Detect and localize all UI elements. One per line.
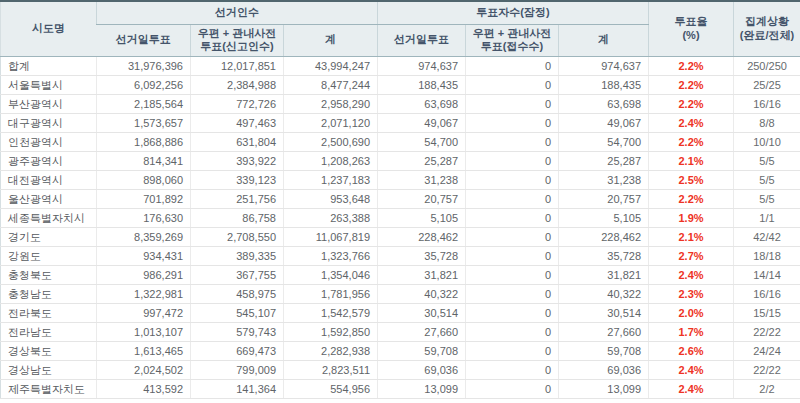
cell-voters-day: 35,728 [378,247,466,266]
cell-voters-day: 30,514 [378,304,466,323]
cell-status: 2/2 [734,380,800,399]
table-row: 울산광역시701,892251,756953,64820,757020,7572… [1,190,800,209]
cell-sido: 합계 [1,57,97,76]
cell-status: 42/42 [734,228,800,247]
cell-turnout: 2.1% [649,152,734,171]
cell-sido: 충청북도 [1,266,97,285]
header-status-line2: (완료/전체) [736,29,798,43]
header-turnout: 투표율 (%) [649,1,734,57]
cell-electors-total: 554,956 [284,380,378,399]
cell-turnout: 2.0% [649,304,734,323]
cell-voters-day: 13,099 [378,380,466,399]
cell-electors-mail: 12,017,851 [191,57,284,76]
table-row: 대구광역시1,573,657497,4632,071,12049,067049,… [1,114,800,133]
cell-sido: 인천광역시 [1,133,97,152]
cell-turnout: 1.9% [649,209,734,228]
cell-voters-day: 5,105 [378,209,466,228]
header-sido: 시도명 [1,1,97,57]
cell-sido: 경기도 [1,228,97,247]
cell-voters-total: 63,698 [559,95,649,114]
cell-electors-mail: 669,473 [191,342,284,361]
cell-voters-total: 59,708 [559,342,649,361]
cell-voters-mail: 0 [466,190,559,209]
header-voters-mail-line2: 투표(접수수) [468,40,556,54]
cell-voters-total: 31,821 [559,266,649,285]
cell-voters-mail: 0 [466,95,559,114]
cell-electors-mail: 579,743 [191,323,284,342]
table-row: 세종특별자치시176,63086,758263,3885,10505,1051.… [1,209,800,228]
turnout-table: 시도명 선거인수 투표자수(잠정) 투표율 (%) 집계상황 (완료/전체) 선… [0,0,800,399]
cell-voters-day: 20,757 [378,190,466,209]
cell-status: 5/5 [734,190,800,209]
cell-electors-total: 2,500,690 [284,133,378,152]
header-voters-mail-pre: 우편 + 관내사전 투표(접수수) [466,24,559,57]
cell-electors-total: 1,542,579 [284,304,378,323]
cell-turnout: 2.4% [649,266,734,285]
cell-status: 5/5 [734,171,800,190]
cell-electors-mail: 458,975 [191,285,284,304]
cell-sido: 강원도 [1,247,97,266]
cell-electors-day: 1,868,886 [97,133,191,152]
cell-voters-total: 69,036 [559,361,649,380]
cell-voters-mail: 0 [466,152,559,171]
cell-voters-day: 25,287 [378,152,466,171]
cell-electors-total: 1,354,046 [284,266,378,285]
cell-voters-day: 974,637 [378,57,466,76]
cell-voters-day: 188,435 [378,76,466,95]
table-row: 서울특별시6,092,2562,384,9888,477,244188,4350… [1,76,800,95]
cell-status: 8/8 [734,114,800,133]
cell-status: 15/15 [734,304,800,323]
cell-voters-mail: 0 [466,342,559,361]
cell-electors-mail: 2,708,550 [191,228,284,247]
cell-sido: 부산광역시 [1,95,97,114]
cell-electors-day: 1,573,657 [97,114,191,133]
cell-electors-total: 2,282,938 [284,342,378,361]
cell-voters-mail: 0 [466,247,559,266]
cell-electors-day: 176,630 [97,209,191,228]
header-turnout-line2: (%) [651,29,731,43]
cell-electors-day: 997,472 [97,304,191,323]
table-row: 광주광역시814,341393,9221,208,26325,287025,28… [1,152,800,171]
cell-electors-day: 6,092,256 [97,76,191,95]
table-row: 합계31,976,39612,017,85143,994,247974,6370… [1,57,800,76]
cell-electors-day: 1,013,107 [97,323,191,342]
cell-voters-total: 54,700 [559,133,649,152]
header-status-line1: 집계상황 [736,15,798,29]
cell-status: 16/16 [734,95,800,114]
cell-status: 250/250 [734,57,800,76]
cell-voters-mail: 0 [466,323,559,342]
cell-sido: 대전광역시 [1,171,97,190]
cell-voters-total: 20,757 [559,190,649,209]
cell-turnout: 2.2% [649,95,734,114]
table-row: 충청북도986,291367,7551,354,04631,821031,821… [1,266,800,285]
table-row: 경상남도2,024,502799,0092,823,51169,036069,0… [1,361,800,380]
cell-voters-total: 35,728 [559,247,649,266]
cell-status: 22/22 [734,361,800,380]
cell-voters-mail: 0 [466,171,559,190]
cell-turnout: 1.7% [649,323,734,342]
header-voters-election-day: 선거일투표 [378,24,466,57]
cell-electors-day: 8,359,269 [97,228,191,247]
cell-voters-day: 49,067 [378,114,466,133]
cell-status: 18/18 [734,247,800,266]
cell-electors-day: 986,291 [97,266,191,285]
header-voters-group: 투표자수(잠정) [378,1,649,24]
cell-status: 10/10 [734,133,800,152]
cell-electors-day: 701,892 [97,190,191,209]
cell-sido: 경상북도 [1,342,97,361]
cell-electors-total: 263,388 [284,209,378,228]
cell-voters-mail: 0 [466,209,559,228]
cell-turnout: 2.2% [649,190,734,209]
table-body: 합계31,976,39612,017,85143,994,247974,6370… [1,57,800,399]
cell-electors-day: 814,341 [97,152,191,171]
cell-electors-total: 1,592,850 [284,323,378,342]
cell-status: 5/5 [734,152,800,171]
cell-electors-day: 2,024,502 [97,361,191,380]
cell-voters-total: 31,238 [559,171,649,190]
header-electors-mail-line2: 투표(신고인수) [193,40,281,54]
cell-electors-day: 1,322,981 [97,285,191,304]
table-row: 충청남도1,322,981458,9751,781,95640,322040,3… [1,285,800,304]
cell-voters-mail: 0 [466,361,559,380]
cell-voters-mail: 0 [466,133,559,152]
cell-sido: 광주광역시 [1,152,97,171]
